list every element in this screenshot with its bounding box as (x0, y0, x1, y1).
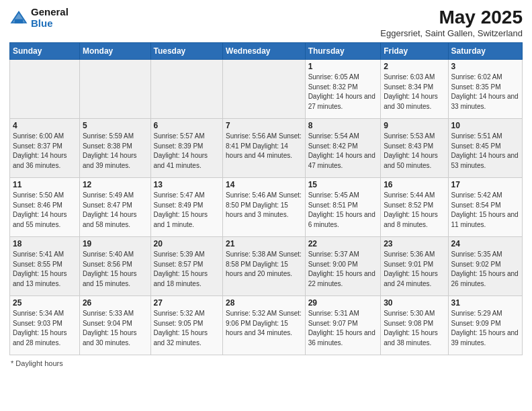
day-info: Sunrise: 5:29 AM Sunset: 9:09 PM Dayligh… (451, 309, 519, 348)
day-cell: 17Sunrise: 5:42 AM Sunset: 8:54 PM Dayli… (448, 178, 522, 237)
day-number: 22 (308, 239, 378, 248)
week-row-2: 4Sunrise: 6:00 AM Sunset: 8:37 PM Daylig… (10, 119, 523, 178)
day-info: Sunrise: 5:53 AM Sunset: 8:43 PM Dayligh… (384, 132, 445, 171)
day-cell: 12Sunrise: 5:49 AM Sunset: 8:47 PM Dayli… (79, 178, 150, 237)
subtitle: Eggersriet, Saint Gallen, Switzerland (380, 28, 523, 38)
day-info: Sunrise: 5:33 AM Sunset: 9:04 PM Dayligh… (83, 309, 148, 348)
day-number: 30 (384, 298, 445, 308)
day-number: 21 (226, 239, 302, 248)
main-title: May 2025 (380, 7, 523, 28)
day-info: Sunrise: 6:00 AM Sunset: 8:37 PM Dayligh… (13, 132, 77, 171)
day-info: Sunrise: 5:37 AM Sunset: 9:00 PM Dayligh… (308, 250, 378, 289)
day-info: Sunrise: 5:44 AM Sunset: 8:52 PM Dayligh… (384, 191, 445, 230)
day-cell: 11Sunrise: 5:50 AM Sunset: 8:46 PM Dayli… (10, 178, 80, 237)
day-info: Sunrise: 5:51 AM Sunset: 8:45 PM Dayligh… (451, 132, 519, 171)
day-info: Sunrise: 5:56 AM Sunset: 8:41 PM Dayligh… (226, 132, 302, 161)
day-cell: 27Sunrise: 5:32 AM Sunset: 9:05 PM Dayli… (150, 296, 223, 355)
col-tuesday: Tuesday (150, 43, 223, 60)
day-info: Sunrise: 5:41 AM Sunset: 8:55 PM Dayligh… (13, 250, 77, 289)
day-number: 19 (83, 239, 148, 248)
day-cell: 26Sunrise: 5:33 AM Sunset: 9:04 PM Dayli… (79, 296, 150, 355)
day-cell: 22Sunrise: 5:37 AM Sunset: 9:00 PM Dayli… (305, 237, 381, 296)
footer-text: Daylight hours (15, 359, 62, 367)
day-info: Sunrise: 5:54 AM Sunset: 8:42 PM Dayligh… (308, 132, 378, 171)
day-number: 10 (451, 121, 519, 130)
week-row-3: 11Sunrise: 5:50 AM Sunset: 8:46 PM Dayli… (10, 178, 523, 237)
day-number: 23 (384, 239, 445, 248)
day-number: 3 (451, 62, 519, 71)
day-number: 5 (83, 121, 148, 130)
footer-note: * Daylight hours (9, 359, 523, 367)
day-number: 14 (226, 180, 302, 189)
col-saturday: Saturday (448, 43, 522, 60)
day-cell: 1Sunrise: 6:05 AM Sunset: 8:32 PM Daylig… (305, 60, 381, 119)
day-cell: 31Sunrise: 5:29 AM Sunset: 9:09 PM Dayli… (448, 296, 522, 355)
col-thursday: Thursday (305, 43, 381, 60)
day-number: 13 (154, 180, 220, 189)
day-cell: 18Sunrise: 5:41 AM Sunset: 8:55 PM Dayli… (10, 237, 80, 296)
day-info: Sunrise: 5:49 AM Sunset: 8:47 PM Dayligh… (83, 191, 148, 230)
day-number: 11 (13, 180, 77, 189)
day-info: Sunrise: 5:36 AM Sunset: 9:01 PM Dayligh… (384, 250, 445, 289)
day-cell: 19Sunrise: 5:40 AM Sunset: 8:56 PM Dayli… (79, 237, 150, 296)
day-cell: 29Sunrise: 5:31 AM Sunset: 9:07 PM Dayli… (305, 296, 381, 355)
day-cell: 10Sunrise: 5:51 AM Sunset: 8:45 PM Dayli… (448, 119, 522, 178)
day-number: 28 (226, 298, 302, 308)
logo-general-text: General (31, 7, 69, 18)
day-number: 24 (451, 239, 519, 248)
day-cell: 24Sunrise: 5:35 AM Sunset: 9:02 PM Dayli… (448, 237, 522, 296)
day-number: 26 (83, 298, 148, 308)
day-info: Sunrise: 6:02 AM Sunset: 8:35 PM Dayligh… (451, 73, 519, 111)
day-number: 18 (13, 239, 77, 248)
day-info: Sunrise: 5:39 AM Sunset: 8:57 PM Dayligh… (154, 250, 220, 289)
week-row-1: 1Sunrise: 6:05 AM Sunset: 8:32 PM Daylig… (10, 60, 523, 119)
day-info: Sunrise: 5:59 AM Sunset: 8:38 PM Dayligh… (83, 132, 148, 171)
day-info: Sunrise: 5:50 AM Sunset: 8:46 PM Dayligh… (13, 191, 77, 230)
day-cell (10, 60, 80, 119)
day-cell: 14Sunrise: 5:46 AM Sunset: 8:50 PM Dayli… (223, 178, 306, 237)
week-row-4: 18Sunrise: 5:41 AM Sunset: 8:55 PM Dayli… (10, 237, 523, 296)
day-number: 9 (384, 121, 445, 130)
day-cell: 15Sunrise: 5:45 AM Sunset: 8:51 PM Dayli… (305, 178, 381, 237)
logo-icon (9, 9, 28, 28)
day-cell: 30Sunrise: 5:30 AM Sunset: 9:08 PM Dayli… (381, 296, 448, 355)
col-wednesday: Wednesday (223, 43, 306, 60)
day-info: Sunrise: 5:34 AM Sunset: 9:03 PM Dayligh… (13, 309, 77, 348)
svg-rect-2 (15, 19, 23, 23)
day-number: 27 (154, 298, 220, 308)
day-cell: 7Sunrise: 5:56 AM Sunset: 8:41 PM Daylig… (223, 119, 306, 178)
day-cell (79, 60, 150, 119)
week-row-5: 25Sunrise: 5:34 AM Sunset: 9:03 PM Dayli… (10, 296, 523, 355)
day-cell: 9Sunrise: 5:53 AM Sunset: 8:43 PM Daylig… (381, 119, 448, 178)
day-number: 12 (83, 180, 148, 189)
day-info: Sunrise: 5:30 AM Sunset: 9:08 PM Dayligh… (384, 309, 445, 348)
day-info: Sunrise: 6:03 AM Sunset: 8:34 PM Dayligh… (384, 73, 445, 111)
day-info: Sunrise: 5:45 AM Sunset: 8:51 PM Dayligh… (308, 191, 378, 230)
day-cell: 28Sunrise: 5:32 AM Sunset: 9:06 PM Dayli… (223, 296, 306, 355)
day-info: Sunrise: 5:57 AM Sunset: 8:39 PM Dayligh… (154, 132, 220, 171)
day-info: Sunrise: 5:42 AM Sunset: 8:54 PM Dayligh… (451, 191, 519, 230)
title-block: May 2025 Eggersriet, Saint Gallen, Switz… (380, 7, 523, 38)
day-info: Sunrise: 5:32 AM Sunset: 9:05 PM Dayligh… (154, 309, 220, 348)
logo-text: General Blue (31, 7, 69, 29)
header: General Blue May 2025 Eggersriet, Saint … (9, 7, 523, 38)
day-info: Sunrise: 5:47 AM Sunset: 8:49 PM Dayligh… (154, 191, 220, 230)
header-row: Sunday Monday Tuesday Wednesday Thursday… (10, 43, 523, 60)
page: General Blue May 2025 Eggersriet, Saint … (0, 0, 532, 411)
day-number: 6 (154, 121, 220, 130)
day-number: 7 (226, 121, 302, 130)
day-cell: 4Sunrise: 6:00 AM Sunset: 8:37 PM Daylig… (10, 119, 80, 178)
day-cell (150, 60, 223, 119)
day-number: 25 (13, 298, 77, 308)
day-number: 1 (308, 62, 378, 71)
day-info: Sunrise: 5:38 AM Sunset: 8:58 PM Dayligh… (226, 250, 302, 279)
logo: General Blue (9, 7, 69, 29)
day-cell: 2Sunrise: 6:03 AM Sunset: 8:34 PM Daylig… (381, 60, 448, 119)
day-number: 20 (154, 239, 220, 248)
day-info: Sunrise: 6:05 AM Sunset: 8:32 PM Dayligh… (308, 73, 378, 111)
day-info: Sunrise: 5:40 AM Sunset: 8:56 PM Dayligh… (83, 250, 148, 289)
col-monday: Monday (79, 43, 150, 60)
day-number: 31 (451, 298, 519, 308)
day-cell (223, 60, 306, 119)
day-cell: 8Sunrise: 5:54 AM Sunset: 8:42 PM Daylig… (305, 119, 381, 178)
